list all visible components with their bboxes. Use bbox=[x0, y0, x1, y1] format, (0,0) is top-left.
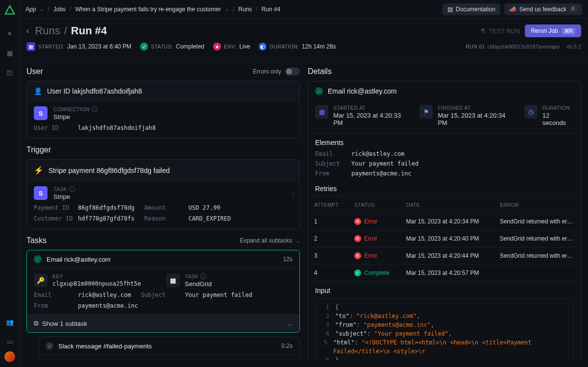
meta-started: ▦ STARTED: Jan 13, 2023 at 6:40 PM bbox=[26, 42, 131, 51]
header-runs[interactable]: Runs bbox=[35, 24, 60, 37]
info-icon[interactable]: i bbox=[92, 106, 98, 112]
logo-icon bbox=[4, 5, 15, 16]
megaphone-icon: 📣 bbox=[509, 6, 516, 13]
bolt-icon: ⚡ bbox=[34, 166, 44, 175]
back-arrow-icon[interactable]: ‹ bbox=[26, 26, 29, 35]
book-icon: ▤ bbox=[447, 6, 453, 13]
feedback-button[interactable]: 📣 Send us feedback F bbox=[504, 3, 582, 15]
run-id: cldayznk80012o9187aremapo bbox=[488, 44, 560, 49]
sendgrid-icon: ▦ bbox=[166, 273, 180, 287]
meta-status: ✓ STATUS: Completed bbox=[140, 43, 204, 50]
env-icon: ● bbox=[213, 43, 221, 50]
crumb-jobs[interactable]: Jobs bbox=[53, 6, 66, 13]
user-heading: User bbox=[26, 67, 43, 76]
flag-icon: ⚑ bbox=[423, 108, 429, 116]
meta-env: ● ENV: Live bbox=[213, 43, 250, 50]
left-rail: ✕ ▦ ⚿ 👥 ▭ bbox=[0, 0, 20, 367]
stripe-icon: S bbox=[34, 106, 48, 120]
info-icon[interactable]: i bbox=[69, 186, 75, 192]
avatar[interactable] bbox=[4, 351, 15, 362]
table-row[interactable]: 3✕ErrorMar 15, 2023 at 4:20:44 PMSendGri… bbox=[308, 247, 581, 265]
more-icon[interactable]: ⋮ bbox=[290, 191, 296, 198]
person-icon: 👤 bbox=[34, 87, 42, 95]
breadcrumb: App⌄ / Jobs / When a Stripe payment fail… bbox=[25, 6, 439, 13]
rail-billing-icon[interactable]: ▭ bbox=[5, 337, 15, 346]
topbar: App⌄ / Jobs / When a Stripe payment fail… bbox=[20, 0, 588, 19]
expand-subtasks[interactable]: Expand all subtasks bbox=[240, 237, 292, 244]
stripe-icon: S bbox=[34, 186, 48, 200]
meta-duration: ◐ DURATION: 12h 14m 28s bbox=[259, 43, 336, 50]
input-heading: Input bbox=[315, 287, 574, 294]
table-header: ATTEMPT bbox=[308, 197, 348, 213]
element-row: Frompayments@acme.inc bbox=[315, 170, 574, 177]
copy-icon: ⧉ bbox=[34, 319, 38, 327]
calendar-icon: ▦ bbox=[26, 42, 35, 51]
documentation-button[interactable]: ▤ Documentation bbox=[442, 3, 500, 15]
crumb-app[interactable]: App bbox=[25, 6, 36, 13]
check-icon: ✓ bbox=[46, 342, 53, 350]
details-heading: Details bbox=[308, 67, 332, 76]
finished-at: ⚑ FINISHED AT Mar 15, 2023 at 4:20:34 PM bbox=[419, 105, 514, 126]
right-column: Details ✓ Email rick@astley.com ▦ STARTE… bbox=[308, 66, 581, 360]
test-run-button[interactable]: ⚗ TEST RUN bbox=[480, 27, 520, 35]
rail-tools-icon[interactable]: ✕ bbox=[5, 28, 15, 38]
chevron-down-icon[interactable]: ⌄ bbox=[225, 6, 229, 12]
input-code: 1{2 "to": "rick@astley.com",3 "from": "p… bbox=[315, 298, 574, 360]
crumb-job[interactable]: When a Stripe payment fails try re-engag… bbox=[75, 6, 220, 13]
retries-heading: Retries bbox=[315, 185, 574, 193]
check-icon: ✓ bbox=[34, 255, 42, 263]
clock-icon: ◐ bbox=[259, 43, 267, 50]
table-row[interactable]: 2✕ErrorMar 15, 2023 at 4:20:40 PMSendGri… bbox=[308, 230, 581, 247]
rerun-job-button[interactable]: Rerun Job ⌘R bbox=[525, 24, 581, 37]
clock-icon: ◷ bbox=[528, 108, 534, 116]
user-card: 👤 User ID lakjshdfo87ashdoifjah8 S CONNE… bbox=[26, 81, 300, 139]
trigger-card: ⚡ Stripe payment 86gf86dfgdsf78dg failed… bbox=[26, 159, 300, 229]
chevron-down-icon[interactable]: ⌄ bbox=[40, 6, 44, 12]
info-icon[interactable]: i bbox=[200, 273, 206, 279]
version: v5.5.2 bbox=[566, 44, 581, 49]
trigger-heading: Trigger bbox=[26, 146, 51, 154]
table-header: ERROR bbox=[494, 197, 581, 213]
rail-keys-icon[interactable]: ⚿ bbox=[5, 68, 15, 77]
element-row: Emailrick@astley.com bbox=[315, 150, 574, 157]
crumb-run[interactable]: Run #4 bbox=[262, 6, 281, 13]
page-header: ‹ Runs / Run #4 ⚗ TEST RUN Rerun Job ⌘R bbox=[20, 19, 588, 59]
table-row[interactable]: 1✕ErrorMar 15, 2023 at 4:20:34 PMSendGri… bbox=[308, 213, 581, 230]
started-at: ▦ STARTED AT Mar 15, 2023 at 4:20:33 PM bbox=[315, 105, 410, 126]
rail-apps-icon[interactable]: ▦ bbox=[5, 48, 15, 58]
check-icon: ✓ bbox=[315, 87, 323, 95]
errors-only-label: Errors only bbox=[253, 68, 281, 75]
page-title: Run #4 bbox=[71, 24, 107, 37]
table-row[interactable]: 4✓CompleteMar 15, 2023 at 4:20:57 PM bbox=[308, 265, 581, 282]
errors-only-toggle[interactable] bbox=[285, 68, 300, 75]
tasks-heading: Tasks bbox=[26, 236, 47, 245]
crumb-runs[interactable]: Runs bbox=[238, 6, 252, 13]
chevron-down-icon[interactable]: ⌄ bbox=[296, 238, 300, 244]
task-email[interactable]: ✓ Email rick@astley.com 12s 🔑 KEY clgxup… bbox=[26, 250, 300, 333]
elements-heading: Elements bbox=[315, 139, 574, 147]
calendar-icon: ▦ bbox=[319, 108, 325, 116]
check-icon: ✓ bbox=[140, 43, 148, 50]
rail-users-icon[interactable]: 👥 bbox=[5, 317, 15, 327]
retries-table: ATTEMPTSTATUSDATEERROR 1✕ErrorMar 15, 20… bbox=[308, 196, 581, 282]
show-subtask-button[interactable]: ⧉ Show 1 subtask ⌄ bbox=[27, 314, 299, 332]
table-header: STATUS bbox=[348, 197, 400, 213]
duration: ◷ DURATION 12 seconds bbox=[524, 105, 574, 126]
details-card: ✓ Email rick@astley.com ▦ STARTED AT Mar… bbox=[308, 81, 581, 360]
task-slack[interactable]: ✓ Slack message #failed-payments 0.2s 🔑 … bbox=[38, 337, 300, 360]
left-column: User Errors only 👤 User ID lakjshdfo87as… bbox=[26, 66, 300, 360]
key-icon: 🔑 bbox=[34, 273, 48, 287]
chevron-down-icon: ⌄ bbox=[287, 320, 293, 327]
flask-icon: ⚗ bbox=[480, 27, 486, 35]
table-header: DATE bbox=[400, 197, 494, 213]
element-row: SubjectYour payment failed bbox=[315, 160, 574, 167]
